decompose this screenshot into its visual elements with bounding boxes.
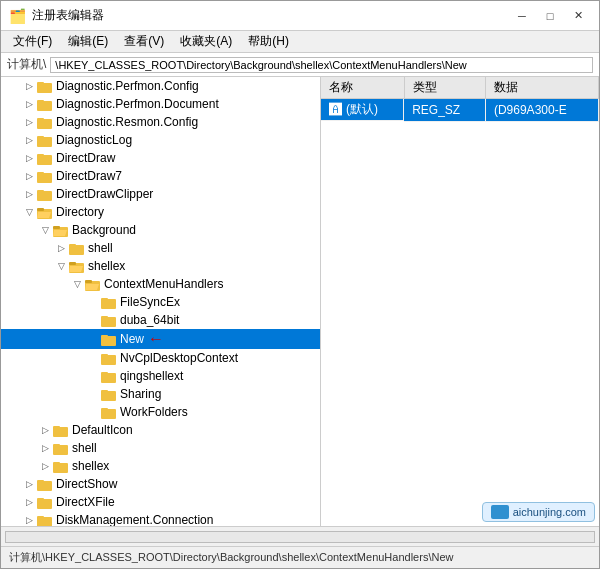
svg-rect-21: [69, 244, 76, 247]
tree-label: New: [120, 332, 144, 346]
svg-rect-53: [37, 516, 44, 519]
main-area: ▷ Diagnostic.Perfmon.Config ▷ Diagnostic…: [1, 77, 599, 526]
tree-item-directxfile[interactable]: ▷ DirectXFile: [1, 493, 320, 511]
folder-icon: [101, 387, 117, 401]
tree-item-filesyncex[interactable]: FileSyncEx: [1, 293, 320, 311]
tree-label: shellex: [72, 459, 109, 473]
expand-icon: [85, 294, 101, 310]
svg-rect-11: [37, 172, 44, 175]
tree-item-shell[interactable]: ▷ shell: [1, 239, 320, 257]
tree-label: DiagnosticLog: [56, 133, 132, 147]
expand-icon: ▷: [21, 96, 37, 112]
table-row[interactable]: 🅰 (默认) REG_SZ (D969A300-E: [321, 99, 599, 122]
expand-icon: ▷: [37, 440, 53, 456]
svg-rect-51: [37, 498, 44, 501]
tree-item-contextmenuhandlers[interactable]: ▽ ContextMenuHandlers: [1, 275, 320, 293]
svg-rect-43: [53, 426, 60, 429]
tree-item-diagnosticlog[interactable]: ▷ DiagnosticLog: [1, 131, 320, 149]
expand-icon: ▷: [37, 422, 53, 438]
expand-icon: ▷: [21, 476, 37, 492]
title-bar-left: 🗂️ 注册表编辑器: [9, 7, 104, 24]
folder-open-icon: [53, 223, 69, 237]
svg-rect-39: [101, 390, 108, 393]
tree-label: shell: [88, 241, 113, 255]
expand-icon: [85, 386, 101, 402]
menu-favorites[interactable]: 收藏夹(A): [172, 31, 240, 52]
tree-item-diagnostic-perfmon-config[interactable]: ▷ Diagnostic.Perfmon.Config: [1, 77, 320, 95]
tree-item-workfolders[interactable]: WorkFolders: [1, 403, 320, 421]
tree-item-directdrawclipper[interactable]: ▷ DirectDrawClipper: [1, 185, 320, 203]
expand-icon: ▷: [21, 114, 37, 130]
expand-icon: [85, 368, 101, 384]
maximize-button[interactable]: □: [537, 6, 563, 26]
folder-icon: [37, 151, 53, 165]
expand-icon: [85, 404, 101, 420]
tree-item-directory-shellex[interactable]: ▷ shellex: [1, 457, 320, 475]
svg-rect-5: [37, 118, 44, 121]
tree-item-qingshellext[interactable]: qingshellext: [1, 367, 320, 385]
tree-item-diagnostic-perfmon-document[interactable]: ▷ Diagnostic.Perfmon.Document: [1, 95, 320, 113]
expand-icon: ▽: [53, 258, 69, 274]
tree-label: DiskManagement.Connection: [56, 513, 213, 526]
folder-open-icon: [69, 259, 85, 273]
tree-item-directory[interactable]: ▽ Directory: [1, 203, 320, 221]
svg-rect-3: [37, 100, 44, 103]
tree-item-shellex[interactable]: ▽ shellex: [1, 257, 320, 275]
menu-file[interactable]: 文件(F): [5, 31, 60, 52]
folder-icon: [69, 241, 85, 255]
svg-marker-19: [53, 230, 67, 236]
svg-rect-23: [69, 262, 76, 265]
folder-icon: [101, 405, 117, 419]
expand-icon: [85, 350, 101, 366]
tree-item-background[interactable]: ▽ Background: [1, 221, 320, 239]
tree-label: Diagnostic.Perfmon.Document: [56, 97, 219, 111]
expand-icon: [85, 312, 101, 328]
svg-rect-29: [101, 298, 108, 301]
bottom-scrollbar-bar: [1, 526, 599, 546]
column-data: 数据: [485, 77, 598, 99]
column-type: 类型: [404, 77, 485, 99]
tree-item-directory-shell[interactable]: ▷ shell: [1, 439, 320, 457]
svg-rect-41: [101, 408, 108, 411]
horizontal-scrollbar[interactable]: [5, 531, 595, 543]
expand-icon: ▷: [21, 512, 37, 526]
close-button[interactable]: ✕: [565, 6, 591, 26]
expand-icon: ▽: [69, 276, 85, 292]
menu-view[interactable]: 查看(V): [116, 31, 172, 52]
folder-icon: [37, 187, 53, 201]
tree-item-sharing[interactable]: Sharing: [1, 385, 320, 403]
folder-icon: [37, 169, 53, 183]
tree-label: Diagnostic.Perfmon.Config: [56, 79, 199, 93]
tree-item-duba64bit[interactable]: duba_64bit: [1, 311, 320, 329]
svg-rect-7: [37, 136, 44, 139]
window-title: 注册表编辑器: [32, 7, 104, 24]
svg-rect-35: [101, 354, 108, 357]
tree-label: DirectDrawClipper: [56, 187, 153, 201]
tree-item-diagnostic-resmon-config[interactable]: ▷ Diagnostic.Resmon.Config: [1, 113, 320, 131]
tree-item-diskmanagement-connection[interactable]: ▷ DiskManagement.Connection: [1, 511, 320, 526]
tree-label: Background: [72, 223, 136, 237]
tree-label: Sharing: [120, 387, 161, 401]
tree-item-directdraw[interactable]: ▷ DirectDraw: [1, 149, 320, 167]
tree-item-new[interactable]: New ←: [1, 329, 320, 349]
svg-rect-45: [53, 444, 60, 447]
address-input[interactable]: [50, 57, 593, 73]
cell-type: REG_SZ: [404, 99, 485, 122]
menu-edit[interactable]: 编辑(E): [60, 31, 116, 52]
tree-label: DirectShow: [56, 477, 117, 491]
registry-table: 名称 类型 数据 🅰 (默认) REG_SZ (D969A300-E: [321, 77, 599, 122]
minimize-button[interactable]: ─: [509, 6, 535, 26]
tree-item-directshow[interactable]: ▷ DirectShow: [1, 475, 320, 493]
registry-values-pane: 名称 类型 数据 🅰 (默认) REG_SZ (D969A300-E: [321, 77, 599, 526]
tree-pane: ▷ Diagnostic.Perfmon.Config ▷ Diagnostic…: [1, 77, 321, 526]
folder-icon: [53, 423, 69, 437]
menu-help[interactable]: 帮助(H): [240, 31, 297, 52]
expand-icon: [85, 331, 101, 347]
tree-label: DefaultIcon: [72, 423, 133, 437]
tree-item-nvcpldesktopcontext[interactable]: NvCplDesktopContext: [1, 349, 320, 367]
cell-data: (D969A300-E: [485, 99, 598, 122]
tree-item-defaulticon[interactable]: ▷ DefaultIcon: [1, 421, 320, 439]
folder-icon: [101, 295, 117, 309]
tree-label: shellex: [88, 259, 125, 273]
tree-item-directdraw7[interactable]: ▷ DirectDraw7: [1, 167, 320, 185]
